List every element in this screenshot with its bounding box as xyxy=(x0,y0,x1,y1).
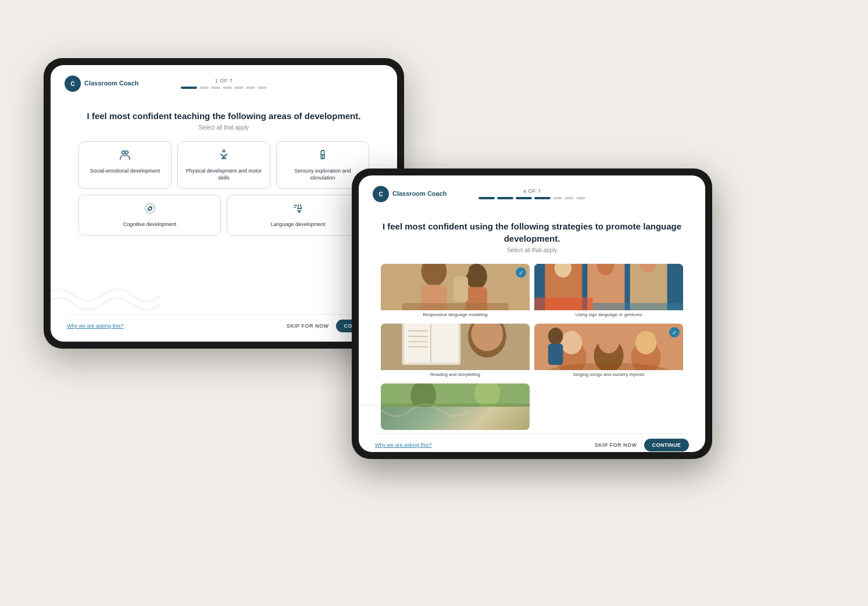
dot-3 xyxy=(211,87,220,89)
option-cognitive[interactable]: Cognitive development xyxy=(78,195,221,236)
image-card-reading[interactable]: Reading and storytelling xyxy=(381,324,530,379)
image-label-responsive: Responsive language modeling xyxy=(381,310,530,319)
dot-6 xyxy=(246,87,255,89)
option-label-cognitive: Cognitive development xyxy=(123,221,177,228)
image-card-singing[interactable]: ✓ Singing songs and nursery rhymes xyxy=(534,324,683,379)
image-card-partial[interactable] xyxy=(381,383,530,430)
logo-icon-back: C xyxy=(65,76,81,92)
why-link-back[interactable]: Why we are asking this? xyxy=(67,323,124,329)
option-label-language: Language development xyxy=(270,221,325,228)
footer-front: Why we are asking this? SKIP FOR NOW CON… xyxy=(375,433,689,451)
tablet-back: C Classroom Coach 1 OF 7 xyxy=(44,58,404,349)
svg-point-45 xyxy=(548,328,563,345)
dot-2 xyxy=(199,87,209,89)
option-language[interactable]: Language development xyxy=(227,195,369,236)
physical-icon xyxy=(217,149,230,164)
dot-5 xyxy=(234,87,244,89)
cognitive-icon xyxy=(144,202,156,218)
svg-point-39 xyxy=(561,331,583,354)
svg-point-41 xyxy=(598,330,620,353)
question-subtitle-front: Select all that apply xyxy=(375,247,689,253)
svg-point-11 xyxy=(466,264,487,289)
svg-point-4 xyxy=(223,150,225,152)
svg-text:C: C xyxy=(378,191,383,198)
logo-text-front: Classroom Coach xyxy=(392,190,447,198)
progress-front: 4 OF 7 xyxy=(478,188,585,199)
logo-icon-front: C xyxy=(373,186,389,202)
progress-dots-back xyxy=(181,87,267,89)
image-grid-front: ✓ Responsive language modeling xyxy=(375,264,689,379)
f-dot-3 xyxy=(516,197,532,199)
svg-rect-24 xyxy=(534,297,593,310)
svg-rect-15 xyxy=(453,277,468,302)
svg-point-48 xyxy=(410,383,436,407)
options-grid-2col-back: Cognitive development Language develop xyxy=(67,195,381,236)
f-dot-1 xyxy=(478,197,495,199)
sensory-icon xyxy=(316,149,329,164)
logo-text-back: Classroom Coach xyxy=(84,80,139,87)
logo-front: C Classroom Coach xyxy=(373,186,447,202)
f-dot-5 xyxy=(553,197,562,199)
svg-point-43 xyxy=(635,331,657,354)
progress-label-back: 1 OF 7 xyxy=(215,78,233,84)
tablet-front: C Classroom Coach 4 OF 7 xyxy=(352,168,712,459)
option-label-physical: Physical development and motor skills xyxy=(183,168,265,181)
option-physical[interactable]: Physical development and motor skills xyxy=(177,141,270,189)
image-label-singing: Singing songs and nursery rhymes xyxy=(534,370,683,379)
logo-back: C Classroom Coach xyxy=(65,76,139,92)
svg-rect-25 xyxy=(593,303,683,310)
progress-label-front: 4 OF 7 xyxy=(523,188,541,194)
svg-text:C: C xyxy=(70,81,74,87)
svg-point-2 xyxy=(122,151,126,155)
continue-button-front[interactable]: CONTINUE xyxy=(644,439,689,451)
f-dot-4 xyxy=(534,197,551,199)
progress-dots-front xyxy=(478,197,585,199)
why-link-front[interactable]: Why we are asking this? xyxy=(375,442,432,448)
question-area-back: I feel most confident teaching the follo… xyxy=(67,110,381,314)
option-label-social: Social-emotional development xyxy=(90,168,160,175)
image-card-sign-language[interactable]: Using sign language or gestures xyxy=(534,264,683,319)
dot-7 xyxy=(258,87,267,89)
svg-rect-46 xyxy=(548,344,563,365)
f-dot-2 xyxy=(497,197,513,199)
social-emotional-icon xyxy=(119,149,131,164)
check-badge-responsive: ✓ xyxy=(516,267,526,278)
svg-rect-28 xyxy=(404,324,458,363)
dot-4 xyxy=(223,87,232,89)
svg-point-5 xyxy=(148,207,152,211)
svg-point-3 xyxy=(125,151,128,155)
option-social-emotional[interactable]: Social-emotional development xyxy=(78,141,172,189)
image-card-responsive[interactable]: ✓ Responsive language modeling xyxy=(381,264,530,319)
language-icon xyxy=(292,202,305,218)
svg-rect-13 xyxy=(402,303,509,310)
check-badge-singing: ✓ xyxy=(669,327,680,338)
question-area-front: I feel most confident using the followin… xyxy=(375,220,689,430)
dot-1-active xyxy=(181,87,197,89)
image-label-reading: Reading and storytelling xyxy=(381,370,530,379)
f-dot-6 xyxy=(565,197,574,199)
scene: C Classroom Coach 1 OF 7 xyxy=(0,0,868,606)
screen-back: C Classroom Coach 1 OF 7 xyxy=(51,65,397,342)
svg-rect-50 xyxy=(381,404,530,407)
options-grid-back: Social-emotional development Physical xyxy=(67,141,381,189)
image-label-sign-language: Using sign language or gestures xyxy=(534,310,683,319)
question-subtitle-back: Select all that apply xyxy=(67,124,381,131)
skip-button-back[interactable]: SKIP FOR NOW xyxy=(287,323,329,329)
question-title-front: I feel most confident using the followin… xyxy=(375,220,689,245)
f-dot-7 xyxy=(576,197,585,199)
footer-right-front: SKIP FOR NOW CONTINUE xyxy=(595,439,689,451)
svg-point-49 xyxy=(474,383,500,407)
question-title-back: I feel most confident teaching the follo… xyxy=(67,110,381,122)
option-label-sensory: Sensory exploration and stimulation xyxy=(281,168,364,181)
svg-rect-47 xyxy=(381,383,530,407)
footer-back: Why we are asking this? SKIP FOR NOW CON… xyxy=(67,314,381,332)
progress-back: 1 OF 7 xyxy=(181,78,267,89)
skip-button-front[interactable]: SKIP FOR NOW xyxy=(595,442,637,448)
screen-front: C Classroom Coach 4 OF 7 xyxy=(359,175,705,452)
